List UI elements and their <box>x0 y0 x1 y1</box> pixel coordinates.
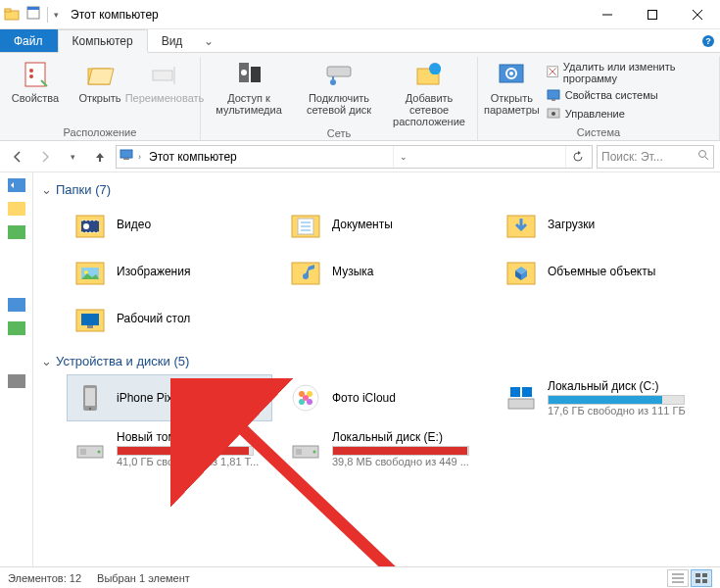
recent-locations-button[interactable]: ▾ <box>61 145 84 169</box>
tiles-view-button[interactable] <box>691 569 712 587</box>
svg-rect-43 <box>8 321 25 335</box>
device-item[interactable]: Новый том (D:)41,0 ГБ свободно из 1,81 Т… <box>67 425 272 472</box>
open-settings-button[interactable]: Открыть параметры <box>484 59 540 116</box>
close-button[interactable] <box>675 0 720 29</box>
item-label: Фото iCloud <box>332 391 396 405</box>
maximize-button[interactable] <box>630 0 675 29</box>
open-button[interactable]: Открыть <box>71 59 129 104</box>
label: Подключить сетевой диск <box>297 92 381 116</box>
media-access-button[interactable]: Доступ к мультимедиа <box>207 59 291 116</box>
svg-point-27 <box>509 72 513 75</box>
item-label: Локальный диск (C:) <box>548 379 686 393</box>
ribbon: Свойства Открыть Переименовать Расположе… <box>0 53 720 141</box>
folder-item[interactable]: Видео <box>67 203 272 246</box>
svg-rect-71 <box>508 399 534 409</box>
up-button[interactable] <box>88 145 112 169</box>
titlebar: ▾ Этот компьютер <box>0 0 720 29</box>
manage-button[interactable]: Управление <box>546 106 713 122</box>
add-network-icon: 🌐 <box>413 59 445 90</box>
system-props-button[interactable]: Свойства системы <box>546 87 713 103</box>
open-icon <box>84 59 116 90</box>
folder-icon <box>73 255 107 288</box>
item-label: Новый том (D:) <box>117 430 259 444</box>
address-bar: ▾ › Этот компьютер ⌄ Поиск: Эт... <box>0 141 720 172</box>
item-label: Музыка <box>332 265 373 278</box>
chevron-down-icon: ⌄ <box>41 354 52 368</box>
uninstall-button[interactable]: Удалить или изменить программу <box>546 61 713 84</box>
svg-rect-60 <box>81 314 99 325</box>
body: ⌄ Папки (7) ВидеоДокументыЗагрузкиИзобра… <box>0 172 720 566</box>
svg-rect-17 <box>251 67 261 82</box>
view-buttons <box>667 569 712 587</box>
drive-capacity-bar <box>548 395 685 405</box>
label: Открыть параметры <box>484 92 540 116</box>
search-placeholder: Поиск: Эт... <box>601 150 663 164</box>
drive-capacity-bar <box>117 446 254 456</box>
map-drive-button[interactable]: Подключить сетевой диск <box>297 59 381 116</box>
svg-rect-73 <box>522 387 532 397</box>
back-button[interactable] <box>6 145 29 169</box>
label: Добавить сетевое расположение <box>387 92 471 127</box>
svg-rect-5 <box>648 10 657 19</box>
tab-view[interactable]: Вид <box>148 29 198 52</box>
tab-computer[interactable]: Компьютер <box>58 29 148 53</box>
nav-item[interactable] <box>8 374 25 388</box>
svg-point-64 <box>89 408 91 410</box>
folder-item[interactable]: Изображения <box>67 250 272 293</box>
minimize-button[interactable] <box>585 0 630 29</box>
content-area[interactable]: ⌄ Папки (7) ВидеоДокументыЗагрузкиИзобра… <box>33 172 720 566</box>
nav-item[interactable] <box>8 178 25 192</box>
ribbon-tabs: Файл Компьютер Вид ⌄ ? <box>0 29 720 53</box>
nav-item[interactable] <box>8 298 25 312</box>
group-label: Сеть <box>327 127 351 141</box>
add-network-button[interactable]: 🌐 Добавить сетевое расположение <box>387 59 471 127</box>
status-bar: Элементов: 12 Выбран 1 элемент <box>0 566 720 588</box>
refresh-button[interactable] <box>565 146 590 168</box>
tab-file[interactable]: Файл <box>0 29 58 52</box>
device-item[interactable]: Локальный диск (E:)39,8 МБ свободно из 4… <box>282 425 488 472</box>
ribbon-collapse-button[interactable]: ⌄ <box>197 29 220 52</box>
svg-rect-85 <box>702 573 707 577</box>
svg-rect-32 <box>552 99 555 101</box>
properties-button[interactable]: Свойства <box>6 59 65 104</box>
device-icon <box>73 381 107 415</box>
chevron-down-icon: ⌄ <box>41 182 52 197</box>
folder-item[interactable]: Музыка <box>282 250 488 293</box>
device-item[interactable]: Фото iCloud <box>282 374 488 421</box>
address-field[interactable]: › Этот компьютер ⌄ <box>116 145 593 169</box>
nav-item[interactable] <box>8 321 25 335</box>
group-title: Папки (7) <box>56 182 111 197</box>
manage-icon <box>546 106 561 122</box>
label: Открыть <box>78 92 120 104</box>
folder-item[interactable]: Рабочий стол <box>67 297 272 340</box>
group-label: Система <box>577 126 620 140</box>
group-header-folders[interactable]: ⌄ Папки (7) <box>41 182 712 197</box>
svg-rect-42 <box>8 298 25 312</box>
svg-rect-1 <box>5 9 11 12</box>
device-item[interactable]: Локальный диск (C:)17,6 ГБ свободно из 1… <box>498 374 703 421</box>
address-dropdown[interactable]: ⌄ <box>393 146 413 168</box>
breadcrumb[interactable]: Этот компьютер <box>145 150 241 164</box>
group-label: Расположение <box>64 126 137 140</box>
folder-item[interactable]: Документы <box>282 203 488 246</box>
svg-point-11 <box>29 69 33 73</box>
help-button[interactable]: ? <box>696 29 720 52</box>
folder-item[interactable]: Загрузки <box>498 203 703 246</box>
device-icon <box>73 432 107 466</box>
forward-button[interactable] <box>33 145 57 169</box>
nav-pane[interactable] <box>0 172 33 566</box>
nav-item[interactable] <box>8 225 25 239</box>
details-view-button[interactable] <box>667 569 689 587</box>
svg-point-12 <box>29 74 33 78</box>
group-header-devices[interactable]: ⌄ Устройства и диски (5) <box>41 354 712 368</box>
device-item[interactable]: iPhone Pixel <box>67 374 272 421</box>
system-small-buttons: Удалить или изменить программу Свойства … <box>546 59 713 122</box>
qat-dropdown[interactable]: ▾ <box>54 10 59 20</box>
search-input[interactable]: Поиск: Эт... <box>597 145 714 169</box>
svg-point-76 <box>98 451 101 454</box>
label: Удалить или изменить программу <box>563 61 713 84</box>
label: Управление <box>565 108 625 120</box>
folder-item[interactable]: Объемные объекты <box>498 250 703 293</box>
qat-button[interactable] <box>25 5 41 24</box>
nav-item[interactable] <box>8 202 25 216</box>
